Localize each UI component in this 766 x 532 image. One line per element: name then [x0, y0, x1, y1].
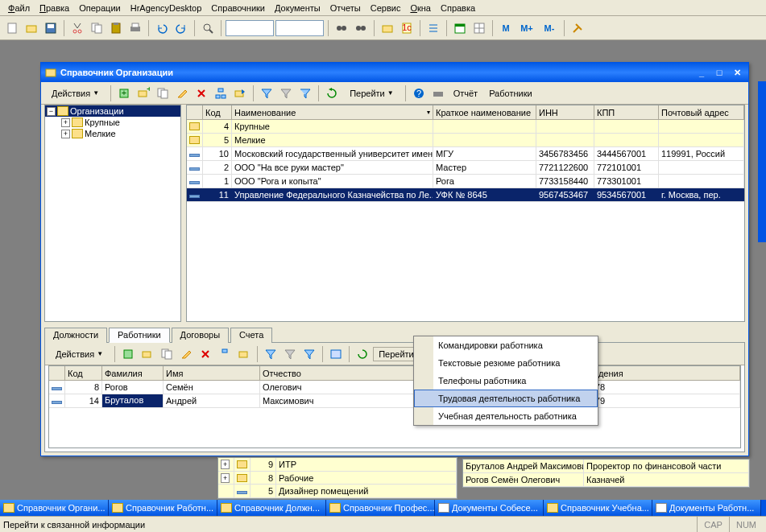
- task-org[interactable]: Справочник Органи...: [0, 500, 109, 516]
- save-icon[interactable]: [42, 19, 60, 37]
- sub-filter-by-icon[interactable]: [300, 345, 318, 363]
- refresh-icon[interactable]: [323, 85, 341, 102]
- filter-by-icon[interactable]: [296, 85, 314, 102]
- menu-reports[interactable]: Отчеты: [325, 2, 366, 14]
- menu-windows[interactable]: Окна: [405, 2, 436, 14]
- menu-file[interactable]: ФФайлайл: [3, 2, 35, 14]
- sub-refresh-icon[interactable]: [354, 345, 371, 363]
- table-row[interactable]: 2ООО "На все руки мастер"Мастер772112260…: [187, 161, 744, 175]
- copy-icon[interactable]: [88, 19, 106, 37]
- employees-grid[interactable]: Код Фамилия Имя Отчество Дата рождения 8…: [48, 365, 741, 448]
- sub-copy-icon[interactable]: [158, 345, 176, 363]
- task-interview[interactable]: Документы Собесе...: [435, 500, 544, 516]
- table-row[interactable]: 5Мелкие: [187, 134, 744, 147]
- main-menu[interactable]: ФФайлайл Правка Операции HrAgencyDesktop…: [0, 0, 766, 16]
- menu-phones[interactable]: Телефоны работника: [414, 372, 598, 390]
- menu-work-activity[interactable]: Трудовая деятельность работника: [414, 390, 598, 407]
- goto-button[interactable]: Перейти▼: [342, 86, 401, 101]
- redo-icon[interactable]: [172, 19, 190, 37]
- col-code[interactable]: Код: [203, 105, 232, 119]
- report-label[interactable]: Отчёт: [449, 89, 482, 98]
- close-button[interactable]: ✕: [729, 66, 745, 79]
- tab-positions[interactable]: Должности: [44, 328, 107, 343]
- col-fname[interactable]: Имя: [164, 366, 260, 380]
- col-name[interactable]: Наименование▾: [232, 105, 433, 119]
- calendar-icon[interactable]: [451, 19, 469, 37]
- binoculars-next-icon[interactable]: [352, 19, 370, 37]
- expand-icon[interactable]: +: [61, 118, 70, 127]
- sub-hierarchy-icon[interactable]: [216, 345, 234, 363]
- table-row[interactable]: 14БруталовАндрейМаксимович05.05.1979: [49, 394, 740, 408]
- menu-resumes[interactable]: Текстовые резюме работника: [414, 354, 598, 372]
- goto-context-menu[interactable]: Командировки работника Текстовые резюме …: [413, 336, 598, 426]
- maximize-button[interactable]: □: [711, 66, 727, 79]
- print-report-icon[interactable]: [429, 85, 447, 102]
- menu-ops[interactable]: Операции: [74, 2, 125, 14]
- col-emp-code[interactable]: Код: [65, 366, 102, 380]
- task-pos[interactable]: Справочник Должн...: [217, 500, 326, 516]
- copy-row-icon[interactable]: [154, 85, 172, 102]
- menu-edit[interactable]: Правка: [35, 2, 74, 14]
- combo-1[interactable]: [226, 20, 274, 36]
- add-group-icon[interactable]: +: [135, 85, 152, 102]
- m-plus-button[interactable]: M+: [516, 19, 537, 37]
- menu-trips[interactable]: Командировки работника: [414, 336, 598, 354]
- menu-docs[interactable]: Документы: [270, 2, 325, 14]
- expand-icon[interactable]: +: [61, 130, 70, 138]
- tab-employees[interactable]: Работники: [109, 328, 169, 343]
- binoculars-icon[interactable]: [333, 19, 350, 37]
- minimize-button[interactable]: _: [694, 66, 710, 79]
- new-icon[interactable]: [3, 19, 21, 37]
- menu-help[interactable]: Справка: [436, 2, 480, 14]
- calc-icon[interactable]: 1c: [398, 19, 416, 37]
- col-lname[interactable]: Фамилия: [102, 366, 164, 380]
- col-inn[interactable]: ИНН: [536, 105, 594, 119]
- menu-service[interactable]: Сервис: [366, 2, 406, 14]
- sub-edit-icon[interactable]: [177, 345, 195, 363]
- org-tree[interactable]: − Организации + Крупные + Мелки: [44, 105, 181, 322]
- org-grid[interactable]: Код Наименование▾ Краткое наименование И…: [186, 105, 745, 322]
- sub-filter-icon[interactable]: [262, 345, 279, 363]
- sub-delete-icon[interactable]: [197, 345, 214, 363]
- tools-icon[interactable]: [569, 19, 586, 37]
- help-icon[interactable]: ?: [410, 85, 428, 102]
- tree-small[interactable]: + Мелкие: [45, 128, 180, 139]
- menu-hr[interactable]: HrAgencyDesktop: [126, 2, 207, 14]
- expand-icon[interactable]: +: [221, 473, 230, 483]
- tree-root[interactable]: − Организации: [45, 105, 180, 117]
- table-row[interactable]: 10Московский государственный университет…: [187, 147, 744, 161]
- employees-label[interactable]: Работники: [484, 89, 536, 98]
- add-icon[interactable]: +: [115, 85, 133, 102]
- task-prof[interactable]: Справочник Профес...: [326, 500, 435, 516]
- table-row[interactable]: 11Управление Федерального Казначейства п…: [187, 188, 744, 202]
- window-titlebar[interactable]: Справочник Организации _ □ ✕: [41, 63, 748, 82]
- table-row[interactable]: 1ООО "Рога и копыта"Рога7733158440773301…: [187, 175, 744, 188]
- menu-education[interactable]: Учебная деятельность работника: [414, 407, 598, 425]
- grid-icon[interactable]: [470, 19, 488, 37]
- m-minus-button[interactable]: M-: [539, 19, 560, 37]
- combo-2[interactable]: [275, 20, 324, 36]
- sub-actions-button[interactable]: Действия▼: [48, 347, 110, 361]
- task-empdocs[interactable]: Документы Работн...: [652, 500, 761, 516]
- tab-contracts[interactable]: Договоры: [172, 328, 229, 343]
- tab-accounts[interactable]: Счета: [230, 328, 272, 343]
- find-icon[interactable]: [199, 19, 217, 37]
- col-addr[interactable]: Почтовый адрес: [659, 105, 744, 119]
- actions-button[interactable]: Действия▼: [44, 86, 106, 101]
- undo-icon[interactable]: [153, 19, 171, 37]
- tree-big[interactable]: + Крупные: [45, 117, 180, 128]
- sub-move-icon[interactable]: [235, 345, 253, 363]
- menu-refs[interactable]: Справочники: [206, 2, 270, 14]
- m-button[interactable]: M: [497, 19, 515, 37]
- expand-icon[interactable]: +: [221, 460, 230, 469]
- delete-icon[interactable]: [193, 85, 210, 102]
- open-icon[interactable]: [23, 19, 40, 37]
- sub-filter-off-icon[interactable]: [281, 345, 299, 363]
- col-short[interactable]: Краткое наименование: [433, 105, 536, 119]
- filter-off-icon[interactable]: [277, 85, 295, 102]
- hierarchy-icon[interactable]: [212, 85, 230, 102]
- collapse-icon[interactable]: −: [47, 107, 56, 116]
- print-icon[interactable]: [126, 19, 144, 37]
- folder-tree-icon[interactable]: [379, 19, 396, 37]
- table-row[interactable]: 8РоговСемёнОлегович10.06.1978: [49, 381, 740, 394]
